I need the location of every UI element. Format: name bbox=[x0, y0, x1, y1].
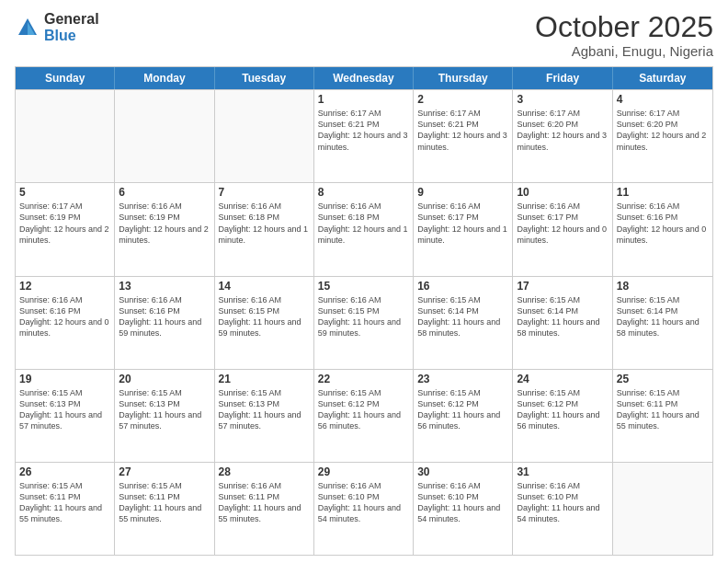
cal-cell: 7Sunrise: 6:16 AMSunset: 6:18 PMDaylight… bbox=[215, 183, 314, 275]
cal-cell: 18Sunrise: 6:15 AMSunset: 6:14 PMDayligh… bbox=[613, 277, 712, 369]
day-number: 24 bbox=[517, 373, 608, 385]
cal-cell: 17Sunrise: 6:15 AMSunset: 6:14 PMDayligh… bbox=[513, 277, 612, 369]
day-info: Sunrise: 6:17 AMSunset: 6:21 PMDaylight:… bbox=[318, 108, 409, 153]
cal-cell bbox=[16, 90, 115, 182]
header-day-wednesday: Wednesday bbox=[314, 67, 414, 89]
calendar-body: 1Sunrise: 6:17 AMSunset: 6:21 PMDaylight… bbox=[16, 89, 712, 555]
day-info: Sunrise: 6:16 AMSunset: 6:11 PMDaylight:… bbox=[219, 480, 310, 525]
title-block: October 2025 Agbani, Enugu, Nigeria bbox=[535, 11, 713, 59]
cal-cell: 4Sunrise: 6:17 AMSunset: 6:20 PMDaylight… bbox=[613, 90, 712, 182]
cal-cell: 22Sunrise: 6:15 AMSunset: 6:12 PMDayligh… bbox=[314, 370, 414, 462]
cal-cell bbox=[215, 90, 314, 182]
day-number: 15 bbox=[318, 280, 409, 293]
day-info: Sunrise: 6:16 AMSunset: 6:15 PMDaylight:… bbox=[219, 294, 310, 339]
cal-cell: 24Sunrise: 6:15 AMSunset: 6:12 PMDayligh… bbox=[513, 370, 612, 462]
cal-cell: 11Sunrise: 6:16 AMSunset: 6:16 PMDayligh… bbox=[613, 183, 712, 275]
day-info: Sunrise: 6:17 AMSunset: 6:20 PMDaylight:… bbox=[517, 108, 608, 153]
day-info: Sunrise: 6:17 AMSunset: 6:21 PMDaylight:… bbox=[417, 108, 508, 153]
day-info: Sunrise: 6:16 AMSunset: 6:10 PMDaylight:… bbox=[318, 480, 409, 525]
header-day-saturday: Saturday bbox=[613, 67, 712, 89]
cal-cell: 15Sunrise: 6:16 AMSunset: 6:15 PMDayligh… bbox=[314, 277, 414, 369]
week-row-3: 19Sunrise: 6:15 AMSunset: 6:13 PMDayligh… bbox=[16, 369, 712, 462]
logo: General Blue bbox=[15, 11, 99, 43]
cal-cell: 12Sunrise: 6:16 AMSunset: 6:16 PMDayligh… bbox=[16, 277, 115, 369]
cal-cell: 3Sunrise: 6:17 AMSunset: 6:20 PMDaylight… bbox=[513, 90, 612, 182]
day-info: Sunrise: 6:17 AMSunset: 6:20 PMDaylight:… bbox=[617, 108, 709, 153]
cal-cell: 13Sunrise: 6:16 AMSunset: 6:16 PMDayligh… bbox=[115, 277, 214, 369]
day-info: Sunrise: 6:16 AMSunset: 6:10 PMDaylight:… bbox=[417, 480, 508, 525]
cal-cell: 31Sunrise: 6:16 AMSunset: 6:10 PMDayligh… bbox=[513, 463, 612, 555]
day-number: 16 bbox=[417, 280, 508, 293]
day-info: Sunrise: 6:16 AMSunset: 6:16 PMDaylight:… bbox=[19, 294, 110, 339]
day-number: 20 bbox=[119, 373, 210, 385]
day-number: 6 bbox=[119, 186, 210, 199]
day-number: 2 bbox=[417, 93, 508, 106]
cal-cell: 26Sunrise: 6:15 AMSunset: 6:11 PMDayligh… bbox=[16, 463, 115, 555]
cal-cell: 10Sunrise: 6:16 AMSunset: 6:17 PMDayligh… bbox=[513, 183, 612, 275]
header-day-monday: Monday bbox=[115, 67, 214, 89]
day-info: Sunrise: 6:16 AMSunset: 6:17 PMDaylight:… bbox=[517, 201, 608, 246]
day-info: Sunrise: 6:16 AMSunset: 6:16 PMDaylight:… bbox=[119, 294, 210, 339]
day-info: Sunrise: 6:15 AMSunset: 6:14 PMDaylight:… bbox=[417, 294, 508, 339]
title-month: October 2025 bbox=[535, 11, 713, 43]
day-number: 23 bbox=[417, 373, 508, 385]
day-number: 30 bbox=[417, 465, 508, 478]
cal-cell: 27Sunrise: 6:15 AMSunset: 6:11 PMDayligh… bbox=[115, 463, 214, 555]
title-location: Agbani, Enugu, Nigeria bbox=[535, 43, 713, 59]
day-number: 3 bbox=[517, 93, 608, 106]
day-info: Sunrise: 6:16 AMSunset: 6:19 PMDaylight:… bbox=[119, 201, 210, 246]
cal-cell: 2Sunrise: 6:17 AMSunset: 6:21 PMDaylight… bbox=[414, 90, 513, 182]
day-info: Sunrise: 6:15 AMSunset: 6:13 PMDaylight:… bbox=[19, 387, 110, 432]
day-number: 19 bbox=[19, 373, 110, 385]
day-info: Sunrise: 6:15 AMSunset: 6:12 PMDaylight:… bbox=[417, 387, 508, 432]
cal-cell: 5Sunrise: 6:17 AMSunset: 6:19 PMDaylight… bbox=[16, 183, 115, 275]
day-info: Sunrise: 6:16 AMSunset: 6:15 PMDaylight:… bbox=[318, 294, 409, 339]
day-info: Sunrise: 6:16 AMSunset: 6:10 PMDaylight:… bbox=[517, 480, 608, 525]
day-number: 7 bbox=[219, 186, 310, 199]
day-number: 26 bbox=[19, 465, 110, 478]
logo-text: General Blue bbox=[44, 11, 99, 43]
week-row-0: 1Sunrise: 6:17 AMSunset: 6:21 PMDaylight… bbox=[16, 89, 712, 182]
day-number: 25 bbox=[617, 373, 709, 385]
header-day-sunday: Sunday bbox=[16, 67, 115, 89]
cal-cell: 14Sunrise: 6:16 AMSunset: 6:15 PMDayligh… bbox=[215, 277, 314, 369]
cal-cell: 21Sunrise: 6:15 AMSunset: 6:13 PMDayligh… bbox=[215, 370, 314, 462]
cal-cell: 16Sunrise: 6:15 AMSunset: 6:14 PMDayligh… bbox=[414, 277, 513, 369]
day-info: Sunrise: 6:15 AMSunset: 6:14 PMDaylight:… bbox=[617, 294, 709, 339]
cal-cell: 25Sunrise: 6:15 AMSunset: 6:11 PMDayligh… bbox=[613, 370, 712, 462]
day-number: 5 bbox=[19, 186, 110, 199]
calendar: SundayMondayTuesdayWednesdayThursdayFrid… bbox=[15, 66, 713, 556]
cal-cell: 9Sunrise: 6:16 AMSunset: 6:17 PMDaylight… bbox=[414, 183, 513, 275]
day-number: 17 bbox=[517, 280, 608, 293]
day-number: 14 bbox=[219, 280, 310, 293]
logo-blue: Blue bbox=[44, 28, 99, 44]
header-day-thursday: Thursday bbox=[414, 67, 513, 89]
day-number: 18 bbox=[617, 280, 709, 293]
day-number: 21 bbox=[219, 373, 310, 385]
cal-cell: 6Sunrise: 6:16 AMSunset: 6:19 PMDaylight… bbox=[115, 183, 214, 275]
cal-cell: 8Sunrise: 6:16 AMSunset: 6:18 PMDaylight… bbox=[314, 183, 414, 275]
day-info: Sunrise: 6:16 AMSunset: 6:17 PMDaylight:… bbox=[417, 201, 508, 246]
cal-cell: 29Sunrise: 6:16 AMSunset: 6:10 PMDayligh… bbox=[314, 463, 414, 555]
cal-cell: 19Sunrise: 6:15 AMSunset: 6:13 PMDayligh… bbox=[16, 370, 115, 462]
day-info: Sunrise: 6:15 AMSunset: 6:12 PMDaylight:… bbox=[318, 387, 409, 432]
header-day-friday: Friday bbox=[513, 67, 612, 89]
cal-cell: 28Sunrise: 6:16 AMSunset: 6:11 PMDayligh… bbox=[215, 463, 314, 555]
day-number: 12 bbox=[19, 280, 110, 293]
day-number: 9 bbox=[417, 186, 508, 199]
page: General Blue October 2025 Agbani, Enugu,… bbox=[0, 0, 728, 563]
day-info: Sunrise: 6:15 AMSunset: 6:11 PMDaylight:… bbox=[119, 480, 210, 525]
day-info: Sunrise: 6:15 AMSunset: 6:12 PMDaylight:… bbox=[517, 387, 608, 432]
cal-cell: 1Sunrise: 6:17 AMSunset: 6:21 PMDaylight… bbox=[314, 90, 414, 182]
day-number: 1 bbox=[318, 93, 409, 106]
day-info: Sunrise: 6:15 AMSunset: 6:13 PMDaylight:… bbox=[119, 387, 210, 432]
day-number: 11 bbox=[617, 186, 709, 199]
day-info: Sunrise: 6:15 AMSunset: 6:14 PMDaylight:… bbox=[517, 294, 608, 339]
cal-cell bbox=[613, 463, 712, 555]
day-number: 10 bbox=[517, 186, 608, 199]
day-info: Sunrise: 6:16 AMSunset: 6:16 PMDaylight:… bbox=[617, 201, 709, 246]
day-number: 31 bbox=[517, 465, 608, 478]
day-number: 22 bbox=[318, 373, 409, 385]
cal-cell: 30Sunrise: 6:16 AMSunset: 6:10 PMDayligh… bbox=[414, 463, 513, 555]
day-number: 4 bbox=[617, 93, 709, 106]
